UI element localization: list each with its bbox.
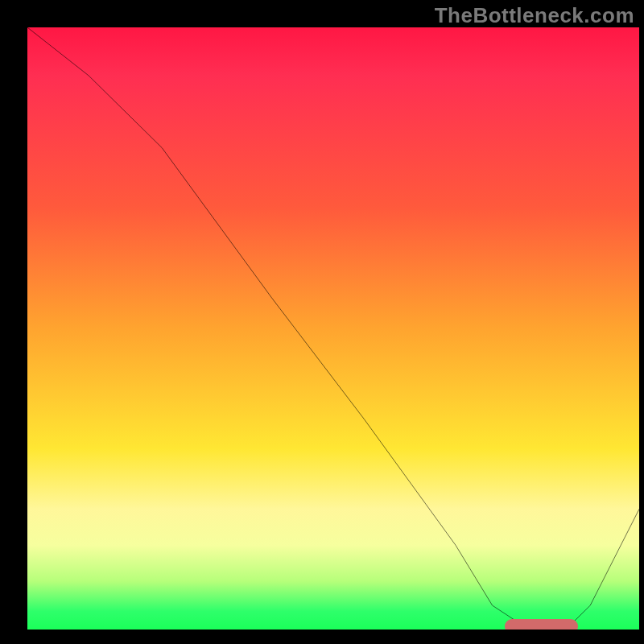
bottleneck-curve bbox=[27, 27, 639, 630]
watermark-text: TheBottleneck.com bbox=[435, 3, 634, 28]
optimal-range-marker bbox=[505, 619, 578, 630]
plot-area bbox=[27, 27, 639, 630]
chart-frame: TheBottleneck.com bbox=[0, 0, 644, 644]
